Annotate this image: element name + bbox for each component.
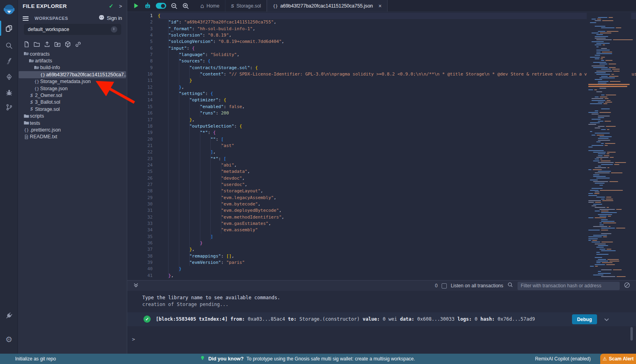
tab-storage-sol[interactable]: SStorage.sol <box>225 0 267 12</box>
zoom-out-icon[interactable] <box>171 2 178 10</box>
lightbulb-icon <box>200 355 206 363</box>
remix-ide-window: ⚙ FILE EXPLORER ✓ > WORKSPACES Sign in d… <box>0 0 636 364</box>
terminal-scrollbar[interactable] <box>630 327 633 341</box>
code-line: 2 "id": "a69b43f277ba20fcac141151250ca75… <box>127 19 636 25</box>
tree-item-label: build-info <box>40 65 60 70</box>
settings-icon[interactable]: ⚙ <box>0 332 18 347</box>
new-folder-icon[interactable] <box>31 40 42 48</box>
remix-logo-icon[interactable] <box>0 2 18 17</box>
code-line: 38 "remappings": [], <box>127 253 636 259</box>
deploy-run-icon[interactable] <box>0 70 18 84</box>
cube-icon[interactable] <box>62 40 73 48</box>
panel-title: FILE EXPLORER <box>23 3 67 9</box>
code-line: 18 "outputSelection": { <box>127 123 636 130</box>
tree-item-3-ballot-sol[interactable]: S3_Ballot.sol <box>18 99 127 106</box>
solidity-icon: S <box>28 106 35 112</box>
copilot-status[interactable]: RemixAI Copilot (enabled) <box>535 356 591 362</box>
terminal-search-icon <box>507 282 514 290</box>
upload-folder-icon[interactable] <box>52 40 62 48</box>
tree-item-a69b43f277ba20fcac141151250ca7-[interactable]: {}a69b43f277ba20fcac141151250ca7... <box>19 71 126 78</box>
code-editor[interactable]: 1{2 "id": "a69b43f277ba20fcac141151250ca… <box>127 12 636 280</box>
line-number: 21 <box>127 143 153 149</box>
warning-icon: ⚠ <box>603 356 607 362</box>
tree-item-artifacts[interactable]: artifacts <box>18 57 127 64</box>
line-number: 4 <box>127 32 153 39</box>
solidity-icon: S <box>231 3 234 9</box>
line-number: 23 <box>127 156 153 162</box>
terminal-line: creation of Storage pending... <box>142 302 229 307</box>
tree-item-tests[interactable]: tests <box>18 120 127 126</box>
code-line: 16 "runs": 200 <box>127 110 636 116</box>
workspaces-menu-icon[interactable] <box>23 16 29 21</box>
git-init-button[interactable]: Initialize as git repo <box>15 356 56 362</box>
line-number: 40 <box>127 266 153 272</box>
tab-a69b43f277ba20fcac141151250ca755-json[interactable]: {}a69b43f277ba20fcac141151250ca755.json× <box>267 0 388 12</box>
tab-home[interactable]: ⌂Home <box>195 0 225 12</box>
filter-input[interactable] <box>518 282 620 290</box>
tree-item-build-info[interactable]: build-info <box>18 64 127 71</box>
run-script-icon[interactable] <box>133 2 140 9</box>
close-tab-icon[interactable]: × <box>378 3 382 9</box>
new-file-icon[interactable] <box>21 40 31 48</box>
editor-area: ⌂HomeSStorage.sol{}a69b43f277ba20fcac141… <box>127 0 636 280</box>
code-line: 4 "solcVersion": "0.8.19", <box>127 32 636 39</box>
code-line: 31 "evm.deployedBytecode", <box>127 207 636 214</box>
link-icon[interactable] <box>73 40 83 48</box>
tree-item-2-owner-sol[interactable]: S2_Owner.sol <box>18 92 127 99</box>
tree-item-readme-txt[interactable]: README.txt <box>18 134 127 140</box>
file-explorer-header: FILE EXPLORER ✓ > <box>18 0 127 12</box>
file-explorer-icon[interactable] <box>0 21 18 35</box>
tree-item-scripts[interactable]: scripts <box>18 113 127 120</box>
git-icon[interactable] <box>0 100 18 114</box>
folder-closed-icon <box>23 113 30 119</box>
tree-item-storage-json[interactable]: {}Storage.json <box>18 85 127 92</box>
clear-console-icon[interactable] <box>624 282 630 290</box>
plugin-manager-icon[interactable] <box>0 308 18 323</box>
code-line: 35 ] <box>127 234 636 240</box>
search-icon[interactable] <box>0 38 18 52</box>
workspaces-row: WORKSPACES Sign in <box>18 14 127 22</box>
tab-label: a69b43f277ba20fcac141151250ca755.json <box>280 3 373 9</box>
zoom-in-icon[interactable] <box>182 2 189 10</box>
home-icon: ⌂ <box>200 2 204 10</box>
tx-expand-icon[interactable] <box>603 317 610 325</box>
tree-item-label: Storage.json <box>40 86 68 91</box>
copilot-toggle[interactable] <box>156 3 166 9</box>
tree-item-storage-sol[interactable]: SStorage.sol <box>18 106 127 112</box>
upload-file-icon[interactable] <box>42 40 52 48</box>
line-number: 32 <box>127 214 153 221</box>
file-explorer-panel: FILE EXPLORER ✓ > WORKSPACES Sign in def… <box>18 0 127 354</box>
sign-in-button[interactable]: Sign in <box>98 14 122 22</box>
line-number: 26 <box>127 175 153 182</box>
solidity-compiler-icon[interactable] <box>0 54 18 68</box>
json-icon: {} <box>33 79 40 84</box>
minimap[interactable] <box>587 12 631 280</box>
code-line: 15 "enabled": false, <box>127 104 636 110</box>
ai-copilot-icon[interactable] <box>144 2 151 10</box>
code-line: 40 } <box>127 266 636 272</box>
line-number: 34 <box>127 227 153 233</box>
workspace-select[interactable]: default_workspace <box>24 24 121 35</box>
folder-open-icon <box>23 51 30 57</box>
line-number: 28 <box>127 188 153 194</box>
debugger-icon[interactable] <box>0 85 18 100</box>
chevron-right-icon[interactable]: > <box>119 3 122 9</box>
line-number: 2 <box>127 19 153 25</box>
tree-item-contracts[interactable]: contracts <box>18 50 127 57</box>
terminal-prompt[interactable]: > <box>132 336 135 342</box>
did-you-know-tip: Did you know? To prototype using the Gno… <box>200 355 415 363</box>
code-line: 12 }, <box>127 84 636 91</box>
terminal-expand-icon[interactable] <box>133 283 139 289</box>
code-line: 17 }, <box>127 117 636 123</box>
debug-button[interactable]: Debug <box>572 314 597 324</box>
terminal-line: Type the library name to see available c… <box>142 295 280 300</box>
code-line: 36 } <box>127 240 636 246</box>
line-number: 7 <box>127 52 153 58</box>
code-line: 7 "language": "Solidity", <box>127 52 636 58</box>
listen-checkbox[interactable] <box>442 283 447 288</box>
tree-item--prettierrc-json[interactable]: {}.prettierrc.json <box>18 126 127 133</box>
code-line: 20 "": [ <box>127 136 636 143</box>
scam-alert-badge[interactable]: ⚠ Scam Alert <box>600 354 636 364</box>
tx-success-icon: ✓ <box>143 316 151 323</box>
tree-item-storage-metadata-json[interactable]: {}Storage_metadata.json <box>18 78 127 85</box>
